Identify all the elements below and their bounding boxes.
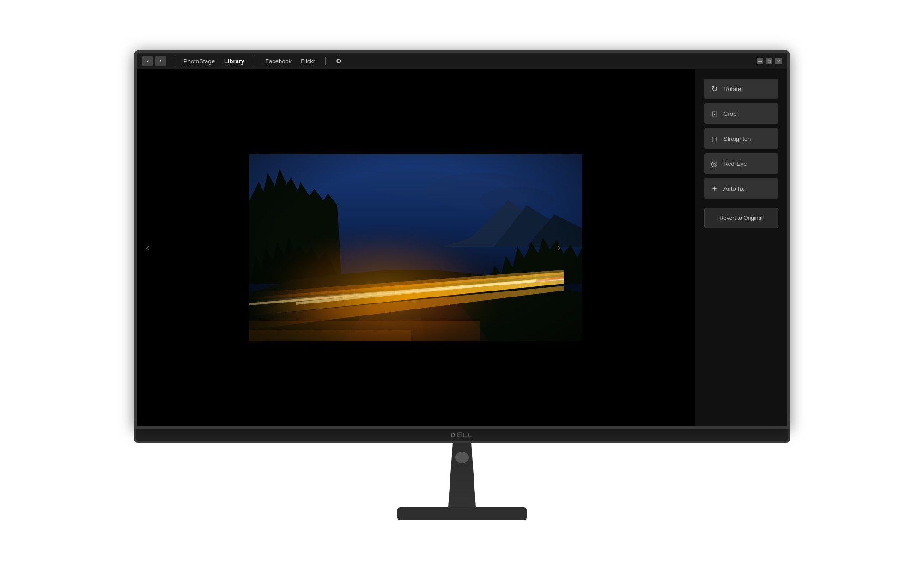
window-controls: — □ ✕ (757, 58, 782, 64)
straighten-label: Straighten (723, 135, 751, 142)
rotate-icon: ↻ (710, 85, 719, 93)
crop-label: Crop (723, 110, 736, 117)
auto-fix-button[interactable]: ✦ Auto-fix (704, 178, 778, 199)
monitor-screen: ‹ › PhotoStage Library Facebook Flickr ⚙… (137, 53, 787, 426)
nav-menu: PhotoStage Library Facebook Flickr ⚙ (180, 57, 342, 66)
red-eye-label: Red-Eye (723, 160, 747, 167)
settings-icon[interactable]: ⚙ (336, 57, 342, 65)
crop-button[interactable]: ⊡ Crop (704, 103, 778, 124)
monitor-body: ‹ › PhotoStage Library Facebook Flickr ⚙… (134, 50, 790, 429)
nav-library[interactable]: Library (220, 57, 248, 66)
divider-3 (325, 57, 326, 65)
close-button[interactable]: ✕ (775, 58, 782, 64)
divider-2 (255, 57, 255, 65)
auto-fix-label: Auto-fix (723, 185, 744, 192)
photo-image (249, 154, 582, 341)
red-eye-button[interactable]: ◎ Red-Eye (704, 153, 778, 174)
rotate-label: Rotate (723, 85, 741, 92)
next-photo-button[interactable]: › (553, 232, 565, 263)
prev-photo-button[interactable]: ‹ (141, 232, 154, 263)
monitor-wrapper: ‹ › PhotoStage Library Facebook Flickr ⚙… (0, 0, 924, 570)
auto-fix-icon: ✦ (710, 184, 719, 193)
revert-label: Revert to Original (719, 215, 762, 221)
crop-icon: ⊡ (710, 109, 719, 118)
nav-photostage[interactable]: PhotoStage (180, 57, 219, 66)
back-button[interactable]: ‹ (142, 56, 153, 66)
title-bar: ‹ › PhotoStage Library Facebook Flickr ⚙… (137, 53, 787, 69)
nav-arrows: ‹ › (142, 56, 166, 66)
photo-container (249, 154, 582, 341)
main-content: ‹ (137, 69, 787, 426)
monitor-brand: D∈LL (451, 431, 473, 438)
forward-button[interactable]: › (155, 56, 166, 66)
svg-rect-26 (249, 154, 582, 341)
nav-facebook[interactable]: Facebook (261, 57, 295, 66)
straighten-button[interactable]: { } Straighten (704, 128, 778, 149)
divider-1 (175, 57, 175, 65)
photo-area: ‹ (137, 69, 695, 426)
stand-hole (455, 452, 469, 463)
right-panel: ↻ Rotate ⊡ Crop { } Straighten ◎ Red-Eye (695, 69, 787, 426)
monitor-stand-base (397, 507, 527, 520)
monitor-stand-neck (439, 443, 485, 507)
rotate-button[interactable]: ↻ Rotate (704, 79, 778, 99)
maximize-button[interactable]: □ (766, 58, 772, 64)
red-eye-icon: ◎ (710, 159, 719, 168)
nav-flickr[interactable]: Flickr (297, 57, 319, 66)
straighten-icon: { } (710, 135, 719, 142)
revert-to-original-button[interactable]: Revert to Original (704, 208, 778, 228)
monitor-bottom-bezel: D∈LL (134, 429, 790, 443)
minimize-button[interactable]: — (757, 58, 763, 64)
